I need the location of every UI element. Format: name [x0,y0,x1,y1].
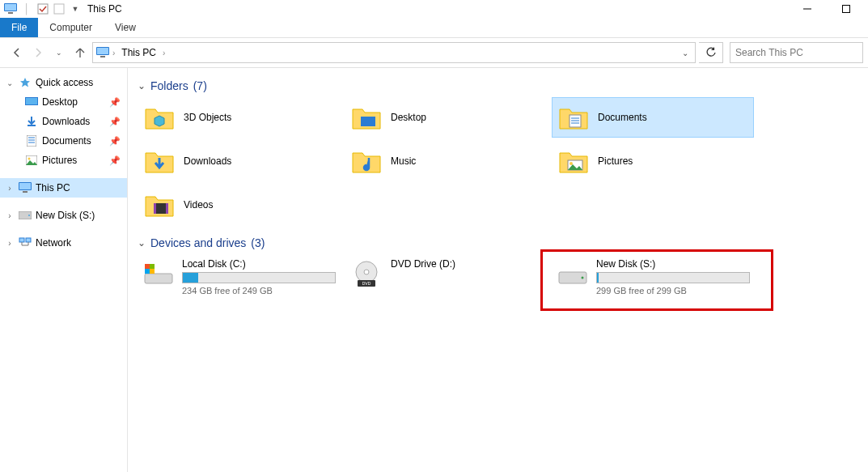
svg-rect-1 [5,4,16,11]
sidebar-item-label: Downloads [42,116,90,127]
drive-label: New Disk (S:) [596,258,750,270]
svg-point-35 [569,162,573,165]
back-button[interactable] [8,44,26,62]
folder-icon [350,145,383,177]
folder-label: Pictures [598,155,633,167]
drive-new-disk-s[interactable]: New Disk (S:) 299 GB free of 299 GB [552,254,754,301]
folder-documents[interactable]: Documents [552,97,754,138]
new-folder-icon[interactable] [52,2,66,16]
title-bar: │ ▼ This PC [0,0,868,18]
refresh-button[interactable] [699,42,723,63]
folder-icon [143,189,176,221]
pin-icon: 📌 [109,97,121,108]
drive-free-text: 234 GB free of 249 GB [182,286,336,296]
chevron-down-icon[interactable]: ⌄ [138,80,146,91]
group-header-folders[interactable]: ⌄ Folders (7) [138,79,858,92]
search-input[interactable] [735,47,857,58]
svg-point-18 [28,158,31,160]
window-controls [795,1,865,17]
folder-icon [143,101,176,134]
chevron-right-icon[interactable]: › [5,184,15,193]
downloads-icon [24,114,39,129]
sidebar-item-new-disk[interactable]: › New Disk (S:) [0,206,127,225]
usage-bar [596,272,750,283]
folder-music[interactable]: Music [345,141,547,181]
svg-point-23 [28,215,30,216]
minimize-button[interactable] [795,1,819,17]
folder-icon [143,145,176,177]
address-bar[interactable]: › This PC › ⌄ [92,42,696,63]
divider-icon: │ [19,2,34,16]
sidebar-item-documents[interactable]: Documents 📌 [0,131,127,151]
svg-point-50 [582,277,584,279]
network-icon [18,236,32,250]
chevron-right-icon[interactable]: › [163,49,165,57]
tab-file[interactable]: File [0,18,38,37]
drive-label: DVD Drive (D:) [391,258,541,270]
svg-rect-42 [150,264,155,269]
pictures-icon [24,153,39,168]
svg-text:DVD: DVD [362,281,371,286]
sidebar-item-label: Desktop [42,96,78,108]
chevron-down-icon[interactable]: ⌄ [5,79,15,87]
this-pc-icon [18,181,32,195]
sidebar-item-network[interactable]: › Network [0,233,127,253]
sidebar-item-label: New Disk (S:) [36,210,95,221]
drive-icon [18,208,32,223]
sidebar-item-label: Pictures [42,155,77,166]
svg-rect-20 [19,183,31,189]
folder-icon [350,101,383,134]
svg-rect-38 [166,203,168,214]
folder-3d-objects[interactable]: 3D Objects [138,97,340,138]
folder-videos[interactable]: Videos [138,185,340,225]
maximize-button[interactable] [834,1,858,17]
recent-locations-button[interactable]: ⌄ [50,44,68,62]
svg-rect-43 [145,269,150,274]
group-label: Devices and drives [150,236,246,249]
search-box[interactable] [730,42,863,63]
tab-computer[interactable]: Computer [38,18,104,37]
svg-rect-21 [23,191,28,193]
folder-icon [557,145,590,177]
drive-local-c[interactable]: Local Disk (C:) 234 GB free of 249 GB [138,254,340,301]
folder-label: 3D Objects [184,112,231,123]
chevron-down-icon[interactable]: ⌄ [138,237,146,249]
svg-rect-8 [97,48,108,54]
forward-button[interactable] [29,44,47,62]
svg-rect-37 [154,203,156,214]
svg-rect-24 [19,238,24,242]
svg-rect-29 [361,117,375,126]
qat-dropdown-icon[interactable]: ▼ [68,2,83,16]
drive-label: Local Disk (C:) [182,258,336,270]
chevron-right-icon[interactable]: › [112,49,115,57]
drive-dvd-d[interactable]: DVD DVD Drive (D:) [345,254,547,301]
tab-view[interactable]: View [104,18,147,37]
svg-rect-9 [100,56,105,57]
properties-icon[interactable] [36,2,50,16]
drive-icon [557,258,588,291]
sidebar-item-this-pc[interactable]: › This PC [0,178,127,198]
folder-pictures[interactable]: Pictures [552,141,754,181]
pin-icon: 📌 [109,155,121,166]
navigation-bar: ⌄ › This PC › ⌄ [0,38,868,68]
group-label: Folders [150,79,188,92]
dvd-icon: DVD [350,258,383,291]
folder-desktop[interactable]: Desktop [345,97,547,138]
svg-rect-4 [54,4,64,14]
breadcrumb-this-pc[interactable]: This PC [118,45,159,60]
drive-free-text: 299 GB free of 299 GB [596,286,750,296]
svg-rect-13 [27,135,36,147]
group-header-drives[interactable]: ⌄ Devices and drives (3) [138,236,858,249]
up-button[interactable] [71,44,89,62]
pin-icon: 📌 [109,117,121,127]
sidebar-item-label: This PC [36,182,70,193]
folder-icon [557,101,590,134]
folder-downloads[interactable]: Downloads [138,141,340,181]
sidebar-item-quick-access[interactable]: ⌄ Quick access [0,73,127,92]
chevron-right-icon[interactable]: › [5,211,15,220]
sidebar-item-downloads[interactable]: Downloads 📌 [0,112,127,131]
sidebar-item-desktop[interactable]: Desktop 📌 [0,92,127,112]
chevron-right-icon[interactable]: › [5,239,15,248]
address-dropdown-icon[interactable]: ⌄ [679,49,692,57]
sidebar-item-pictures[interactable]: Pictures 📌 [0,151,127,170]
